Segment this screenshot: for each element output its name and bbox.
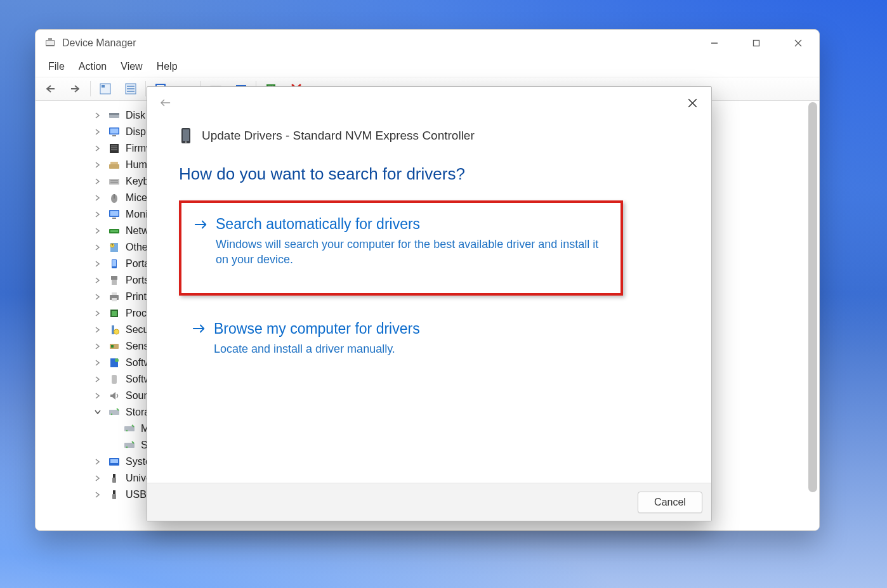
option-description: Windows will search your computer for th… [194, 237, 605, 268]
dialog-title: Update Drivers - Standard NVM Express Co… [202, 129, 475, 143]
audio-icon [108, 390, 121, 402]
chevron-right-icon[interactable] [93, 242, 103, 252]
storage-icon [123, 423, 136, 434]
chevron-right-icon[interactable] [93, 275, 103, 285]
hid-icon [108, 159, 121, 171]
software-icon [108, 357, 121, 369]
chevron-down-icon[interactable] [93, 407, 103, 417]
option-search-automatically[interactable]: Search automatically for driversWindows … [179, 200, 623, 296]
option-title: Browse my computer for drivers [214, 320, 420, 337]
monitor-icon [108, 126, 121, 138]
security-icon [108, 324, 121, 336]
dialog-question: How do you want to search for drivers? [179, 164, 680, 184]
chevron-right-icon[interactable] [93, 457, 103, 467]
device-icon [179, 126, 193, 145]
menu-file[interactable]: File [42, 58, 71, 75]
chevron-right-icon[interactable] [93, 490, 103, 500]
nav-forward-button[interactable] [63, 79, 88, 98]
storage-icon [108, 407, 121, 418]
dialog-close-button[interactable] [680, 90, 705, 115]
option-description: Locate and install a driver manually. [192, 341, 610, 356]
keyboard-icon [108, 176, 121, 187]
toolbar-separator [145, 81, 146, 96]
chevron-right-icon[interactable] [93, 325, 103, 335]
monitor-icon [108, 209, 121, 220]
chevron-right-icon[interactable] [93, 226, 103, 236]
close-window-button[interactable] [777, 30, 819, 56]
usb-icon [108, 473, 121, 484]
nav-back-button[interactable] [38, 79, 62, 98]
properties-button[interactable] [119, 79, 143, 98]
menu-view[interactable]: View [114, 58, 148, 75]
chevron-right-icon[interactable] [93, 160, 103, 170]
chevron-right-icon[interactable] [93, 341, 103, 351]
chevron-right-icon[interactable] [93, 143, 103, 154]
minimize-button[interactable] [693, 30, 735, 56]
network-icon [108, 225, 121, 237]
arrow-right-icon [192, 323, 206, 334]
chevron-right-icon[interactable] [93, 193, 103, 203]
dialog-body: How do you want to search for drivers? S… [147, 145, 711, 483]
chevron-right-icon[interactable] [93, 391, 103, 401]
window-controls [693, 30, 819, 56]
portable-icon [108, 258, 121, 270]
dialog-footer: Cancel [147, 483, 711, 521]
maximize-button[interactable] [735, 30, 777, 56]
dialog-header: Update Drivers - Standard NVM Express Co… [147, 119, 711, 145]
system-icon [108, 456, 121, 467]
chevron-right-icon[interactable] [93, 473, 103, 483]
arrow-right-icon [194, 219, 208, 230]
scrollbar-thumb[interactable] [808, 102, 817, 492]
vertical-scrollbar[interactable] [808, 101, 817, 494]
storage-icon [123, 440, 136, 451]
show-hide-button[interactable] [93, 79, 117, 98]
chevron-right-icon[interactable] [93, 110, 103, 121]
update-drivers-dialog: Update Drivers - Standard NVM Express Co… [147, 86, 712, 521]
disk-icon [108, 110, 121, 121]
chevron-right-icon[interactable] [93, 259, 103, 269]
menu-action[interactable]: Action [72, 58, 113, 75]
dialog-back-button[interactable] [157, 95, 173, 110]
cancel-button[interactable]: Cancel [638, 492, 702, 513]
option-title-row: Search automatically for drivers [194, 216, 605, 233]
device-icon [108, 374, 121, 385]
chevron-right-icon[interactable] [93, 209, 103, 219]
chevron-right-icon[interactable] [93, 127, 103, 137]
title-bar[interactable]: Device Manager [36, 30, 819, 56]
app-icon [44, 37, 56, 49]
option-title-row: Browse my computer for drivers [192, 320, 610, 337]
menu-bar: File Action View Help [36, 56, 819, 77]
option-browse-computer[interactable]: Browse my computer for driversLocate and… [179, 311, 623, 369]
usb-icon [108, 489, 121, 500]
printer-icon [108, 291, 121, 303]
port-icon [108, 275, 121, 286]
chevron-right-icon[interactable] [93, 374, 103, 384]
other-icon [108, 242, 121, 253]
sensor-icon [108, 341, 121, 352]
option-title: Search automatically for drivers [216, 216, 420, 233]
dialog-title-bar[interactable] [147, 87, 711, 119]
chevron-right-icon[interactable] [93, 292, 103, 302]
mouse-icon [108, 192, 121, 204]
window-title: Device Manager [62, 37, 136, 49]
menu-help[interactable]: Help [150, 58, 184, 75]
cpu-icon [108, 308, 121, 319]
chevron-right-icon[interactable] [93, 308, 103, 318]
chevron-right-icon[interactable] [93, 176, 103, 186]
toolbar-separator [90, 81, 91, 96]
chevron-right-icon[interactable] [93, 358, 103, 368]
firmware-icon [108, 143, 121, 154]
